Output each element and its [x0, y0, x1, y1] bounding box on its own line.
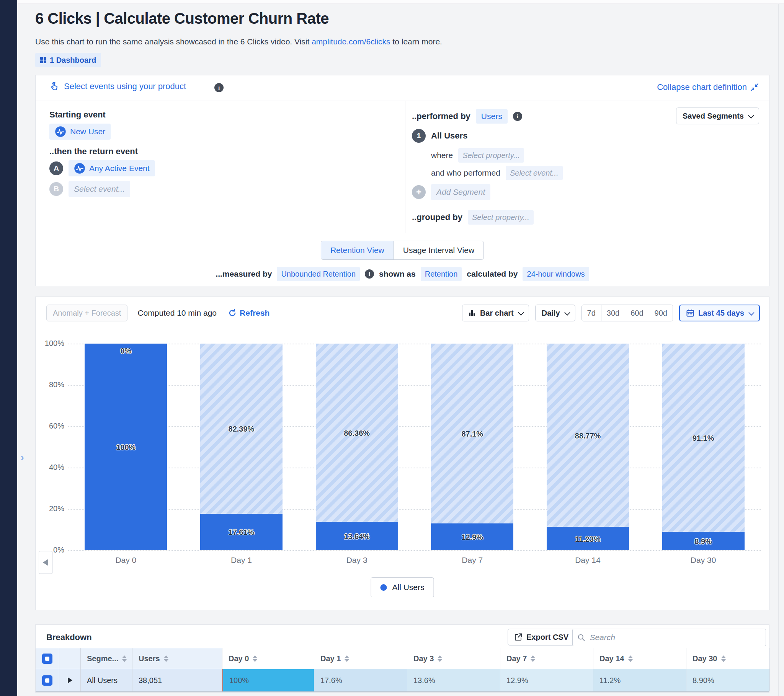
dashboard-count-badge[interactable]: 1 Dashboard — [35, 53, 101, 67]
performed-by-chip[interactable]: Users — [476, 109, 507, 123]
table-header-segme-[interactable]: Segme... — [81, 648, 132, 669]
refresh-icon — [228, 309, 237, 317]
select-events-link[interactable]: Select events using your product — [49, 82, 186, 91]
segment-number-badge: 1 — [412, 129, 426, 143]
dashboard-badge-label: 1 Dashboard — [50, 56, 96, 65]
subtitle-link[interactable]: amplitude.com/6clicks — [311, 37, 390, 46]
table-header-day-30[interactable]: Day 30 — [686, 648, 770, 669]
grouped-by-label: ..grouped by — [412, 212, 463, 222]
x-axis: Day 0Day 1Day 3Day 7Day 14Day 30 — [68, 556, 761, 565]
row-cell-day-7: 12.9% — [500, 669, 593, 691]
table-header-users[interactable]: Users — [132, 648, 222, 669]
tab-retention-view[interactable]: Retention View — [321, 241, 394, 260]
bar-segment-churned[interactable] — [200, 344, 283, 514]
export-csv-button[interactable]: Export CSV — [507, 629, 575, 645]
subtitle-suffix: to learn more. — [390, 37, 442, 46]
return-event-chip[interactable]: Any Active Event — [69, 160, 155, 176]
info-icon[interactable]: i — [365, 269, 374, 278]
row-expand-cell — [59, 669, 81, 691]
refresh-button[interactable]: Refresh — [228, 308, 270, 318]
bar-segment-retained[interactable] — [200, 514, 283, 550]
return-event-name: Any Active Event — [89, 164, 150, 173]
gridline — [68, 550, 761, 551]
bar-segment-churned[interactable] — [316, 344, 398, 522]
sort-icon — [122, 655, 127, 662]
range-button-90d[interactable]: 90d — [649, 305, 673, 321]
legend-all-users[interactable]: All Users — [371, 578, 434, 597]
bar-group-day-0[interactable]: 0%100% — [85, 344, 167, 550]
starting-event-name: New User — [70, 127, 105, 136]
column-label: Day 14 — [600, 654, 624, 663]
starting-event-chip[interactable]: New User — [49, 123, 110, 140]
bar-segment-retained[interactable] — [431, 523, 513, 550]
bar-segment-retained[interactable] — [662, 532, 744, 550]
main-page: › 6 Clicks | Calculate Customer Churn Ra… — [17, 0, 784, 696]
range-button-60d[interactable]: 60d — [625, 305, 649, 321]
calculated-by-chip[interactable]: 24-hour windows — [522, 267, 589, 281]
y-axis-tick: 40% — [36, 463, 64, 472]
date-range-label: Last 45 days — [698, 309, 744, 318]
bar-group-day-7[interactable]: 87.1%12.9% — [431, 344, 513, 550]
table-header-day-1[interactable]: Day 1 — [314, 648, 407, 669]
export-csv-label: Export CSV — [526, 633, 568, 642]
bar-segment-churned[interactable] — [547, 344, 629, 527]
select-event-placeholder[interactable]: Select event... — [69, 181, 130, 197]
measured-by-chip[interactable]: Unbounded Retention — [277, 267, 360, 281]
collapse-panel-handle[interactable] — [39, 551, 53, 574]
page-subtitle: Use this chart to run the same analysis … — [35, 37, 442, 46]
select-event-placeholder[interactable]: Select event... — [506, 166, 563, 180]
sort-icon — [344, 655, 349, 662]
chart-toolbar: Anomaly + Forecast Computed 10 min ago R… — [46, 304, 760, 321]
bar-group-day-3[interactable]: 86.36%13.64% — [316, 344, 398, 550]
x-axis-label-day-1: Day 1 — [200, 556, 283, 565]
sidebar-expand-chevron-icon[interactable]: › — [20, 451, 24, 464]
chart-definition-panel: Select events using your product i Colla… — [35, 75, 769, 286]
table-row-all-users: All Users38,051100%17.6%13.6%12.9%11.2%8… — [36, 669, 769, 692]
bar-segment-retained[interactable] — [316, 522, 398, 550]
row-checkbox[interactable] — [42, 675, 53, 686]
interval-dropdown[interactable]: Daily — [535, 304, 575, 321]
plus-icon[interactable]: + — [412, 185, 426, 199]
info-icon[interactable]: i — [513, 112, 522, 121]
range-button-30d[interactable]: 30d — [601, 305, 625, 321]
date-range-button[interactable]: Last 45 days — [679, 304, 760, 321]
bar-segment-retained[interactable] — [85, 344, 167, 550]
table-header-day-3[interactable]: Day 3 — [407, 648, 500, 669]
bar-group-day-30[interactable]: 91.1%8.9% — [662, 344, 744, 550]
shown-as-chip[interactable]: Retention — [421, 267, 462, 281]
range-button-7d[interactable]: 7d — [582, 305, 601, 321]
bar-segment-retained[interactable] — [547, 527, 629, 550]
grouped-by-placeholder[interactable]: Select property... — [468, 210, 534, 225]
event-badge-a: A — [49, 161, 63, 175]
anomaly-forecast-button[interactable]: Anomaly + Forecast — [46, 304, 127, 321]
select-property-placeholder[interactable]: Select property... — [458, 148, 524, 163]
segment-name: All Users — [431, 131, 468, 141]
select-events-label: Select events using your product — [64, 82, 186, 91]
collapse-chart-definition-link[interactable]: Collapse chart definition — [657, 82, 759, 92]
x-axis-label-day-30: Day 30 — [662, 556, 744, 565]
scrollbar-track[interactable] — [778, 4, 779, 696]
saved-segments-button[interactable]: Saved Segments — [676, 107, 759, 124]
bar-segment-churned[interactable] — [662, 344, 744, 532]
table-header-day-7[interactable]: Day 7 — [500, 648, 593, 669]
select-all-checkbox[interactable] — [42, 653, 53, 664]
column-label: Day 30 — [692, 654, 717, 663]
search-input[interactable] — [589, 632, 761, 642]
view-tabs: Retention View Usage Interval View — [321, 241, 484, 260]
chart-type-dropdown[interactable]: Bar chart — [462, 304, 529, 321]
bar-group-day-1[interactable]: 82.39%17.61% — [200, 344, 283, 550]
tab-usage-interval-view[interactable]: Usage Interval View — [394, 241, 484, 260]
bar-segment-churned[interactable] — [431, 344, 513, 523]
bar-group-day-14[interactable]: 88.77%11.23% — [547, 344, 629, 550]
add-segment-button[interactable]: Add Segment — [431, 184, 490, 200]
info-icon[interactable]: i — [214, 83, 224, 92]
y-axis-tick: 80% — [36, 380, 64, 389]
legend-dot-icon — [380, 584, 387, 591]
table-header-day-14[interactable]: Day 14 — [593, 648, 686, 669]
chevron-down-icon — [518, 309, 524, 316]
table-header-row: Segme...UsersDay 0Day 1Day 3Day 7Day 14D… — [36, 648, 769, 669]
expand-row-button[interactable] — [68, 677, 72, 683]
table-header-day-0[interactable]: Day 0 — [222, 648, 314, 669]
chevron-down-icon — [564, 309, 570, 316]
x-axis-label-day-14: Day 14 — [547, 556, 629, 565]
